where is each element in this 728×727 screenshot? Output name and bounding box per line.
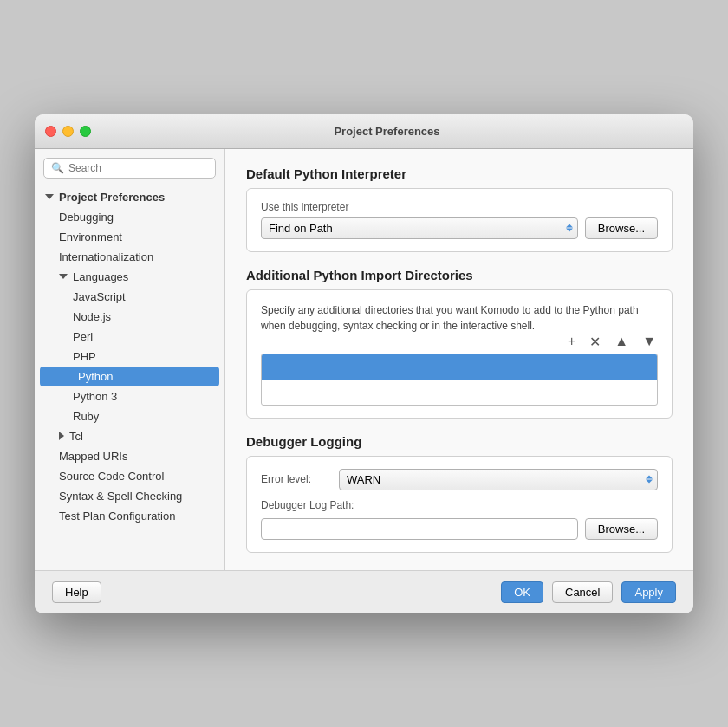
sidebar-item-label: Tcl: [69, 430, 83, 443]
log-path-row: Debugger Log Path: Browse...: [261, 499, 658, 540]
apply-button[interactable]: Apply: [621, 581, 676, 603]
sidebar-item-label: Python: [78, 370, 113, 383]
interpreter-row: Find on Path Browse...: [261, 217, 658, 239]
sidebar-item-label: Project Preferences: [59, 191, 165, 204]
footer: Help OK Cancel Apply: [35, 570, 693, 613]
expand-icon: [45, 194, 54, 199]
error-level-select-wrapper: WARN: [339, 469, 658, 490]
sidebar-item-label: Python 3: [73, 390, 117, 403]
arrow-down-icon: [646, 480, 653, 484]
sidebar-item-label: Syntax & Spell Checking: [59, 490, 182, 503]
dir-row-empty: [262, 380, 657, 398]
error-level-label: Error level:: [261, 473, 330, 485]
sidebar-item-perl[interactable]: Perl: [35, 327, 224, 347]
ok-button[interactable]: OK: [501, 581, 543, 603]
move-up-button[interactable]: ▲: [613, 334, 630, 350]
interpreter-select-wrapper: Find on Path: [261, 217, 578, 239]
arrow-down-icon: [566, 229, 573, 232]
use-interpreter-label: Use this interpreter: [261, 201, 658, 213]
sidebar-item-test-plan-configuration[interactable]: Test Plan Configuration: [35, 506, 224, 526]
sidebar-item-label: Debugging: [59, 211, 114, 224]
debugger-section-title: Debugger Logging: [246, 434, 673, 449]
sidebar-item-label: JavaScript: [73, 290, 126, 303]
interpreter-section-box: Use this interpreter Find on Path Browse…: [246, 188, 673, 252]
sidebar-item-label: Node.js: [73, 310, 111, 323]
window-body: 🔍 Project Preferences Debugging Environm…: [35, 149, 693, 570]
debugger-section: Debugger Logging Error level: WARN: [246, 434, 673, 553]
log-path-input-row: Browse...: [261, 518, 658, 540]
log-path-input[interactable]: [261, 518, 578, 540]
expand-icon: [59, 274, 68, 279]
search-box[interactable]: 🔍: [43, 158, 216, 179]
sidebar-item-label: Internationalization: [59, 250, 153, 263]
import-dirs-box: Specify any additional directories that …: [246, 289, 673, 419]
dir-row-selected[interactable]: [262, 354, 657, 380]
sidebar-item-environment[interactable]: Environment: [35, 227, 224, 247]
sidebar-item-mapped-uris[interactable]: Mapped URIs: [35, 446, 224, 466]
sidebar-item-label: Source Code Control: [59, 470, 164, 483]
sidebar-item-ruby[interactable]: Ruby: [35, 406, 224, 426]
sidebar-item-label: Ruby: [73, 410, 99, 423]
import-dirs-description: Specify any additional directories that …: [261, 302, 658, 334]
titlebar: Project Preferences: [35, 114, 693, 149]
sidebar-item-label: Perl: [73, 330, 93, 343]
minimize-button[interactable]: [62, 126, 74, 137]
maximize-button[interactable]: [80, 126, 91, 137]
sidebar-item-syntax-spell-checking[interactable]: Syntax & Spell Checking: [35, 486, 224, 506]
sidebar-item-php[interactable]: PHP: [35, 347, 224, 367]
interpreter-section: Default Python Interpreter Use this inte…: [246, 166, 673, 252]
sidebar-item-label: Environment: [59, 230, 122, 243]
sidebar-item-label: PHP: [73, 350, 96, 363]
main-window: Project Preferences 🔍 Project Preference…: [35, 114, 693, 613]
debugger-section-box: Error level: WARN Debugger Log: [246, 456, 673, 553]
error-level-row: Error level: WARN: [261, 469, 658, 490]
error-level-select[interactable]: WARN: [339, 469, 658, 490]
sidebar-item-label: Languages: [73, 270, 128, 283]
expand-icon: [59, 432, 64, 440]
interpreter-select[interactable]: Find on Path: [261, 217, 578, 239]
main-content: Default Python Interpreter Use this inte…: [225, 149, 693, 570]
sidebar-item-debugging[interactable]: Debugging: [35, 207, 224, 227]
log-path-browse-button[interactable]: Browse...: [585, 518, 658, 540]
sidebar-item-internationalization[interactable]: Internationalization: [35, 247, 224, 267]
sidebar-item-project-preferences[interactable]: Project Preferences: [35, 187, 224, 207]
sidebar-item-label: Test Plan Configuration: [59, 510, 175, 523]
import-dirs-section: Additional Python Import Directories Spe…: [246, 268, 673, 419]
traffic-lights: [45, 126, 91, 137]
sidebar-item-javascript[interactable]: JavaScript: [35, 287, 224, 307]
sidebar-item-source-code-control[interactable]: Source Code Control: [35, 466, 224, 486]
log-path-label: Debugger Log Path:: [261, 499, 354, 511]
window-title: Project Preferences: [91, 125, 683, 138]
import-dirs-title: Additional Python Import Directories: [246, 268, 673, 282]
remove-dir-button[interactable]: ✕: [588, 334, 602, 350]
interpreter-section-title: Default Python Interpreter: [246, 166, 673, 181]
sidebar: 🔍 Project Preferences Debugging Environm…: [35, 149, 225, 570]
add-dir-button[interactable]: +: [566, 334, 577, 350]
dir-toolbar: + ✕ ▲ ▼: [261, 334, 658, 350]
sidebar-item-languages[interactable]: Languages: [35, 267, 224, 287]
dirs-list[interactable]: [261, 354, 658, 406]
search-icon: 🔍: [51, 162, 64, 174]
arrow-up-icon: [646, 476, 653, 479]
move-down-button[interactable]: ▼: [640, 334, 658, 350]
close-button[interactable]: [45, 126, 56, 137]
sidebar-item-python[interactable]: Python: [40, 367, 219, 386]
help-button[interactable]: Help: [52, 581, 101, 603]
arrow-up-icon: [566, 224, 573, 228]
search-input[interactable]: [68, 162, 208, 174]
error-level-arrows: [646, 476, 653, 484]
sidebar-item-python3[interactable]: Python 3: [35, 386, 224, 406]
interpreter-browse-button[interactable]: Browse...: [585, 217, 658, 239]
cancel-button[interactable]: Cancel: [552, 581, 613, 603]
select-arrows: [566, 224, 573, 232]
sidebar-item-tcl[interactable]: Tcl: [35, 426, 224, 446]
sidebar-item-nodejs[interactable]: Node.js: [35, 307, 224, 327]
sidebar-item-label: Mapped URIs: [59, 450, 127, 463]
